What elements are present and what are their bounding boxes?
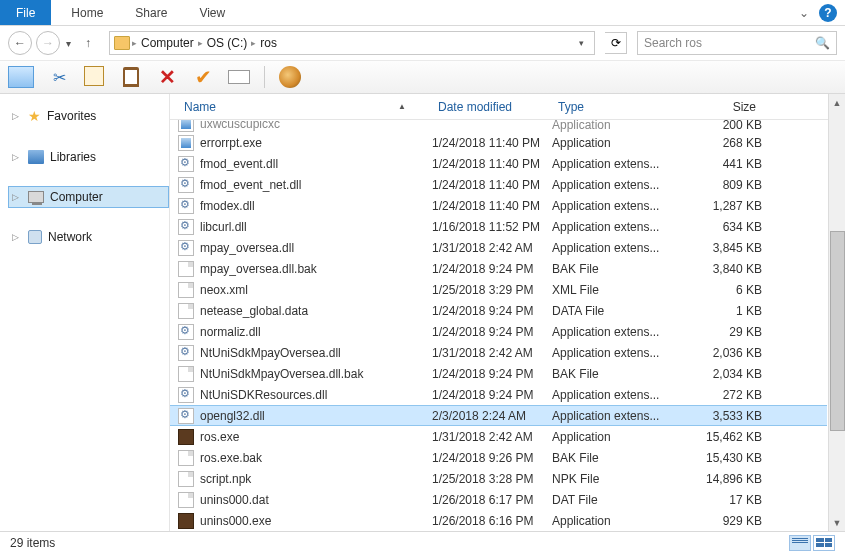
table-row[interactable]: NtUniSdkMpayOversea.dll.bak 1/24/2018 9:… [170,363,827,384]
copy-button[interactable] [86,68,104,86]
table-row[interactable]: normaliz.dll 1/24/2018 9:24 PM Applicati… [170,321,827,342]
table-row[interactable]: uxwcuscupicxc Application 200 KB [170,120,827,132]
dll-icon [178,387,194,403]
expand-icon[interactable]: ▷ [12,152,22,162]
file-size: 2,034 KB [672,367,762,381]
history-dropdown-icon[interactable]: ▾ [64,38,73,49]
table-row[interactable]: fmod_event_net.dll 1/24/2018 11:40 PM Ap… [170,174,827,195]
libraries-icon [28,150,44,164]
table-row[interactable]: errorrpt.exe 1/24/2018 11:40 PM Applicat… [170,132,827,153]
file-name: fmod_event.dll [200,157,278,171]
tree-network[interactable]: ▷ Network [8,226,169,248]
table-row[interactable]: mpay_oversea.dll.bak 1/24/2018 9:24 PM B… [170,258,827,279]
table-row[interactable]: NtUniSDKResources.dll 1/24/2018 9:24 PM … [170,384,827,405]
help-icon[interactable]: ? [819,4,837,22]
vertical-scrollbar[interactable]: ▲ ▼ [828,94,845,531]
tree-label: Favorites [47,109,96,123]
col-name[interactable]: Name ▲ [178,100,432,114]
file-name: neox.xml [200,283,248,297]
dll-icon [178,177,194,193]
tree-computer[interactable]: ▷ Computer [8,186,169,208]
details-view-button[interactable] [789,535,811,551]
img-icon [178,513,194,529]
col-type[interactable]: Type [552,100,672,114]
table-row[interactable]: mpay_oversea.dll 1/31/2018 2:42 AM Appli… [170,237,827,258]
table-row[interactable]: unins000.exe 1/26/2018 6:16 PM Applicati… [170,510,827,531]
file-date: 1/24/2018 9:24 PM [432,325,552,339]
tab-file[interactable]: File [0,0,51,25]
file-date: 1/24/2018 11:40 PM [432,178,552,192]
file-size: 441 KB [672,157,762,171]
file-size: 1,287 KB [672,199,762,213]
file-type: Application [552,430,672,444]
breadcrumb-folder[interactable]: ros [258,36,279,50]
tab-view[interactable]: View [183,0,241,25]
file-type: Application extens... [552,157,672,171]
organize-button[interactable] [8,66,34,88]
table-row[interactable]: fmodex.dll 1/24/2018 11:40 PM Applicatio… [170,195,827,216]
file-date: 1/24/2018 9:26 PM [432,451,552,465]
delete-button[interactable]: ✕ [156,66,178,88]
scrollbar-thumb[interactable] [830,231,845,431]
back-button[interactable]: ← [8,31,32,55]
scroll-up-icon[interactable]: ▲ [829,94,845,111]
file-size: 1 KB [672,304,762,318]
cut-button[interactable]: ✂ [48,66,70,88]
app-icon [178,135,194,151]
tab-share[interactable]: Share [119,0,183,25]
col-size[interactable]: Size [672,100,762,114]
address-dropdown-icon[interactable]: ▾ [579,38,584,48]
file-date: 1/31/2018 2:42 AM [432,430,552,444]
file-size: 634 KB [672,220,762,234]
file-date: 1/16/2018 11:52 PM [432,220,552,234]
table-row[interactable]: fmod_event.dll 1/24/2018 11:40 PM Applic… [170,153,827,174]
table-row[interactable]: unins000.dat 1/26/2018 6:17 PM DAT File … [170,489,827,510]
table-row[interactable]: libcurl.dll 1/16/2018 11:52 PM Applicati… [170,216,827,237]
search-input[interactable]: Search ros 🔍 [637,31,837,55]
file-size: 15,462 KB [672,430,762,444]
file-size: 6 KB [672,283,762,297]
table-row[interactable]: ros.exe.bak 1/24/2018 9:26 PM BAK File 1… [170,447,827,468]
refresh-button[interactable]: ⟳ [605,32,627,54]
breadcrumb-computer[interactable]: Computer [139,36,196,50]
file-name: NtUniSdkMpayOversea.dll.bak [200,367,363,381]
dll-icon [178,324,194,340]
expand-icon[interactable]: ▷ [12,192,22,202]
address-bar[interactable]: ▸ Computer ▸ OS (C:) ▸ ros ▾ [109,31,595,55]
file-type: Application [552,514,672,528]
table-row[interactable]: NtUniSdkMpayOversea.dll 1/31/2018 2:42 A… [170,342,827,363]
breadcrumb-drive[interactable]: OS (C:) [205,36,250,50]
file-date: 1/24/2018 9:24 PM [432,388,552,402]
table-row[interactable]: script.npk 1/25/2018 3:28 PM NPK File 14… [170,468,827,489]
up-button[interactable]: ↑ [77,32,99,54]
expand-icon[interactable]: ▷ [12,111,22,121]
file-name: script.npk [200,472,251,486]
forward-button[interactable]: → [36,31,60,55]
ribbon-expand-icon[interactable]: ⌄ [799,6,809,25]
rename-button[interactable] [228,70,250,84]
table-row[interactable]: ros.exe 1/31/2018 2:42 AM Application 15… [170,426,827,447]
file-date: 1/24/2018 11:40 PM [432,136,552,150]
shell-button[interactable] [279,66,301,88]
table-row[interactable]: neox.xml 1/25/2018 3:29 PM XML File 6 KB [170,279,827,300]
properties-button[interactable]: ✔ [192,66,214,88]
app-icon [178,120,194,132]
file-date: 1/24/2018 9:24 PM [432,304,552,318]
expand-icon[interactable]: ▷ [12,232,22,242]
dll-icon [178,240,194,256]
file-size: 3,845 KB [672,241,762,255]
col-date[interactable]: Date modified [432,100,552,114]
tab-home[interactable]: Home [55,0,119,25]
scroll-down-icon[interactable]: ▼ [829,514,845,531]
folder-icon [114,36,130,50]
icons-view-button[interactable] [813,535,835,551]
tree-label: Network [48,230,92,244]
table-row[interactable]: opengl32.dll 2/3/2018 2:24 AM Applicatio… [170,405,827,426]
file-type: Application extens... [552,178,672,192]
paste-button[interactable] [123,67,139,87]
status-bar: 29 items [0,531,845,553]
table-row[interactable]: netease_global.data 1/24/2018 9:24 PM DA… [170,300,827,321]
file-type: Application [552,120,672,132]
tree-libraries[interactable]: ▷ Libraries [8,146,169,168]
tree-favorites[interactable]: ▷ ★ Favorites [8,104,169,128]
